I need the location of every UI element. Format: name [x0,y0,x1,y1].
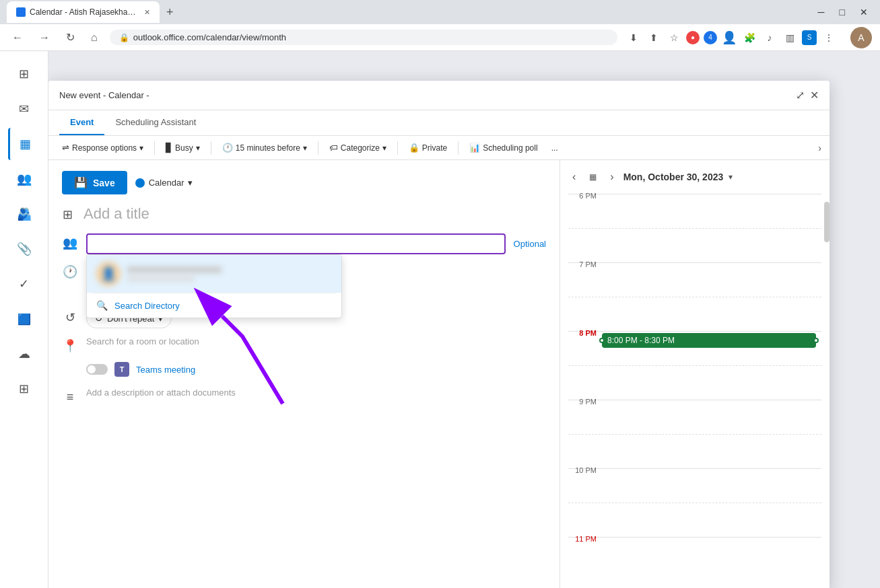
tab-event[interactable]: Event [59,110,104,135]
toolbar-separator-1 [154,141,155,155]
toolbar-separator-3 [318,141,318,155]
sidebar-item-grid[interactable]: ⊞ [8,373,40,405]
sidebar-item-cloud[interactable]: ☁ [8,338,40,370]
tab-scheduling-assistant[interactable]: Scheduling Assistant [104,110,207,135]
cal-prev-button[interactable]: ‹ [568,168,580,186]
extension-icon-1[interactable]: ● [686,31,700,44]
extensions-icon[interactable]: 🧩 [741,30,757,46]
sidebar-item-calendar[interactable]: ▦ [8,128,40,160]
event-dot-right [813,338,819,343]
sidebar-item-mail[interactable]: ✉ [8,93,40,125]
event-title-input[interactable] [83,205,549,223]
suggestion-item-1[interactable]: 👤 [87,255,341,293]
time-slot-10pm: 10 PM [568,468,821,503]
home-button[interactable]: ⌂ [87,29,102,46]
toolbar-scroll-right[interactable]: › [818,143,821,153]
busy-icon: ▊ [166,143,172,153]
profile-icon[interactable]: 👤 [721,30,737,46]
search-directory-item[interactable]: 🔍 Search Directory [87,293,341,318]
location-input[interactable] [86,336,546,346]
expand-modal-button[interactable]: ⤢ [796,89,805,102]
bookmark-icon[interactable]: ☆ [666,30,682,46]
time-content-8pm: 8:00 PM - 8:30 PM [602,332,821,365]
close-tab-button[interactable]: ✕ [144,8,150,17]
attendee-icon: 👥 [63,235,77,250]
response-options-button[interactable]: ⇌ Response options ▾ [57,140,149,155]
cal-next-button[interactable]: › [606,168,617,186]
media-icon[interactable]: ♪ [761,30,778,46]
sidebar-item-apps[interactable]: ⊞ [8,58,40,90]
time-label-9pm: 9 PM [568,395,602,406]
user-avatar[interactable]: A [850,27,872,48]
lock-icon: 🔒 [119,33,129,42]
close-window-button[interactable]: ✕ [854,5,873,19]
response-options-icon: ⇌ [62,143,69,153]
close-modal-button[interactable]: ✕ [810,89,819,102]
private-button[interactable]: 🔒 Private [403,140,452,155]
save-label: Save [93,178,115,188]
time-slot-11pm: 11 PM [568,537,821,571]
time-label-8pm: 8 PM [568,326,602,337]
categorize-button[interactable]: 🏷 Categorize ▾ [324,140,392,155]
minimize-button[interactable]: ─ [813,5,830,19]
sidebar-item-todo[interactable]: ✓ [8,268,40,300]
cal-today-button[interactable]: ▦ [585,170,601,184]
calendar-selector[interactable]: Calendar ▾ [135,178,193,188]
download-icon[interactable]: ⬇ [625,30,642,46]
share-icon[interactable]: ⬆ [646,30,662,46]
optional-label[interactable]: Optional [514,239,546,249]
scheduling-poll-button[interactable]: 📊 Scheduling poll [464,140,543,155]
ai-icon[interactable]: S [802,30,817,45]
refresh-button[interactable]: ↻ [62,28,79,46]
add-tab-button[interactable]: + [160,5,180,20]
browser-tab[interactable]: Calendar - Atish Rajasekharan - ✕ [7,1,160,23]
attendee-input[interactable] [86,233,506,254]
time-label-730pm [568,292,602,295]
attendee-icon-wrapper: 👥 [62,235,78,251]
save-button[interactable]: 💾 Save [62,171,127,194]
modal-left-panel: 💾 Save Calendar ▾ ⊞ 👥 [48,160,560,588]
event-block[interactable]: 8:00 PM - 8:30 PM [602,333,816,348]
title-icon: ⊞ [63,207,73,222]
suggestion-info-1 [127,266,222,281]
teams-label[interactable]: Teams meeting [136,365,195,375]
time-content-730pm [602,297,821,331]
categorize-chevron: ▾ [382,143,386,153]
search-dir-icon: 🔍 [96,300,108,311]
more-button[interactable]: ⋮ [821,30,837,46]
scheduling-poll-label: Scheduling poll [483,143,537,153]
sidebar-item-attach[interactable]: 📎 [8,233,40,265]
header-actions-row: 💾 Save Calendar ▾ [59,171,549,194]
teams-toggle[interactable] [86,364,108,375]
modal-title: New event - Calendar - [59,90,149,100]
teams-icon-wrapper [62,363,78,379]
time-content-9pm [602,400,821,434]
time-label-11pm: 11 PM [568,532,602,543]
modal-scrollbar[interactable] [824,202,830,242]
tab-title: Calendar - Atish Rajasekharan - [30,7,137,17]
calendar-nav: ‹ ▦ › Mon, October 30, 2023 ▾ [568,168,821,186]
location-icon: 📍 [63,338,77,353]
address-box[interactable]: 🔒 outlook.office.com/calendar/view/month [110,30,617,45]
maximize-button[interactable]: □ [834,5,850,19]
description-input[interactable] [86,388,546,398]
sidebar-item-groups[interactable]: 🫂 [8,198,40,230]
time-slot-830pm [568,365,821,400]
reminder-button[interactable]: 🕐 15 minutes before ▾ [217,140,312,155]
time-content-11pm [602,538,821,571]
modal-right-panel: ‹ ▦ › Mon, October 30, 2023 ▾ 6 PM [560,160,830,588]
suggestion-dropdown: 👤 🔍 Search Directory [86,254,342,318]
calendar-label: Calendar [149,178,184,188]
time-label-10pm: 10 PM [568,464,602,474]
split-view-icon[interactable]: ▥ [782,30,798,46]
repeat-icon: ↺ [65,310,75,325]
sidebar-item-teams[interactable]: 🟦 [8,303,40,335]
sidebar-item-people[interactable]: 👥 [8,163,40,195]
more-toolbar-button[interactable]: ... [546,141,564,155]
extension-icon-2[interactable]: 4 [704,31,717,44]
forward-button[interactable]: → [35,29,54,46]
back-button[interactable]: ← [8,29,27,46]
modal-header-actions: ⤢ ✕ [796,89,819,102]
cal-date-chevron[interactable]: ▾ [729,172,733,182]
busy-button[interactable]: ▊ Busy ▾ [160,140,205,155]
